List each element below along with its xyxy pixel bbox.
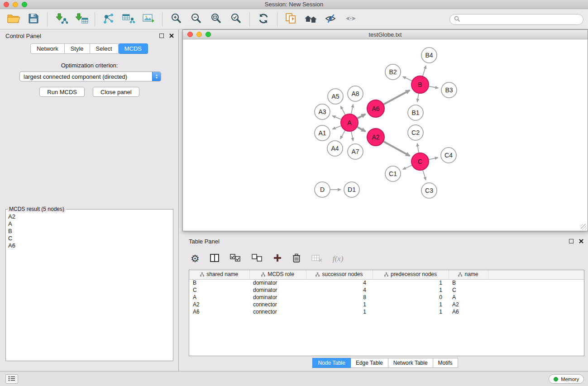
cell[interactable]: C bbox=[189, 286, 249, 294]
node-A1[interactable]: A1 bbox=[315, 125, 330, 141]
cell[interactable]: connector bbox=[249, 308, 306, 315]
cell[interactable]: dominator bbox=[249, 294, 306, 301]
task-history-button[interactable] bbox=[5, 374, 18, 384]
maximize-window-button[interactable] bbox=[22, 2, 27, 7]
run-mcds-button[interactable]: Run MCDS bbox=[39, 87, 85, 97]
node-A4[interactable]: A4 bbox=[327, 141, 343, 156]
column-header-successor-nodes[interactable]: successor nodes bbox=[306, 270, 373, 279]
close-panel-icon[interactable] bbox=[169, 33, 174, 39]
tab-mcds[interactable]: MCDS bbox=[119, 43, 148, 54]
cell[interactable]: C bbox=[449, 286, 488, 294]
edge-A-A7[interactable] bbox=[351, 132, 353, 141]
delete-table-icon[interactable] bbox=[311, 253, 323, 264]
delete-column-trash-icon[interactable] bbox=[292, 253, 301, 265]
cell[interactable]: 4 bbox=[306, 279, 373, 286]
import-network-button[interactable] bbox=[52, 11, 70, 28]
function-builder-icon[interactable]: f(x) bbox=[333, 254, 344, 263]
show-annotations-button[interactable] bbox=[322, 11, 340, 28]
node-A[interactable]: A bbox=[341, 114, 358, 131]
cell[interactable]: 0 bbox=[373, 294, 449, 301]
cell[interactable]: dominator bbox=[249, 279, 306, 286]
cell[interactable]: 8 bbox=[306, 294, 373, 301]
edge-A-A8[interactable] bbox=[351, 105, 353, 114]
cell[interactable]: 1 bbox=[373, 286, 449, 294]
node-C2[interactable]: C2 bbox=[408, 125, 423, 140]
cell[interactable]: A2 bbox=[189, 301, 249, 308]
table-row-a[interactable]: Adominator80A bbox=[189, 294, 584, 301]
zoom-in-button[interactable] bbox=[167, 11, 185, 28]
result-item-a[interactable]: A bbox=[8, 220, 171, 228]
tab-motifs[interactable]: Motifs bbox=[433, 358, 458, 368]
edge-A2-C[interactable] bbox=[384, 142, 410, 156]
node-B3[interactable]: B3 bbox=[441, 82, 457, 98]
show-graphics-button[interactable] bbox=[342, 11, 360, 28]
network-canvas[interactable]: B4B2BB3A5A8A6B1A3AC2A1A2A4A7C1CC4C3DD1 bbox=[183, 40, 587, 230]
node-B1[interactable]: B1 bbox=[408, 105, 423, 120]
select-all-columns-icon[interactable] bbox=[229, 253, 241, 264]
column-header-predecessor-nodes[interactable]: predecessor nodes bbox=[373, 270, 449, 279]
network-minimize-button[interactable] bbox=[196, 32, 202, 37]
search-input[interactable] bbox=[462, 16, 579, 23]
node-B4[interactable]: B4 bbox=[421, 48, 437, 63]
network-window-titlebar[interactable]: testGlobe.txt bbox=[183, 30, 588, 39]
cell[interactable]: A2 bbox=[449, 301, 488, 308]
network-close-button[interactable] bbox=[187, 32, 193, 37]
node-A6[interactable]: A6 bbox=[367, 100, 384, 117]
node-A2[interactable]: A2 bbox=[367, 129, 384, 146]
open-session-button[interactable] bbox=[5, 11, 23, 28]
apply-layout-button[interactable] bbox=[254, 11, 272, 28]
table-row-a2[interactable]: A2connector11A2 bbox=[189, 301, 584, 308]
edge-A-A1[interactable] bbox=[332, 126, 341, 129]
node-D[interactable]: D bbox=[315, 182, 330, 197]
cell[interactable]: B bbox=[449, 279, 488, 286]
optimization-criterion-dropdown[interactable]: largest connected component (directed) ▲… bbox=[19, 71, 161, 81]
tab-style[interactable]: Style bbox=[65, 43, 90, 54]
node-A7[interactable]: A7 bbox=[348, 144, 363, 159]
cell[interactable]: 1 bbox=[373, 279, 449, 286]
close-panel-button[interactable]: Close panel bbox=[93, 87, 139, 97]
node-A3[interactable]: A3 bbox=[315, 104, 330, 119]
node-C[interactable]: C bbox=[411, 153, 429, 170]
cell[interactable]: dominator bbox=[249, 286, 306, 294]
save-session-button[interactable] bbox=[24, 11, 43, 28]
result-item-b[interactable]: B bbox=[8, 228, 171, 235]
zoom-fit-button[interactable] bbox=[207, 11, 225, 28]
table-row-a6[interactable]: A6connector11A6 bbox=[189, 308, 584, 315]
table-row-c[interactable]: Cdominator41C bbox=[189, 286, 584, 294]
cell[interactable]: A6 bbox=[189, 308, 249, 315]
new-network-table-button[interactable] bbox=[120, 11, 138, 28]
cell[interactable]: connector bbox=[249, 301, 306, 308]
result-item-a6[interactable]: A6 bbox=[8, 242, 171, 249]
float-panel-icon[interactable] bbox=[569, 239, 574, 243]
node-C4[interactable]: C4 bbox=[441, 148, 456, 163]
minimize-window-button[interactable] bbox=[13, 2, 18, 7]
column-header-name[interactable]: name bbox=[449, 270, 488, 279]
tab-node-table[interactable]: Node Table bbox=[312, 358, 351, 368]
tab-edge-table[interactable]: Edge Table bbox=[351, 358, 388, 368]
cell[interactable]: A bbox=[449, 294, 488, 301]
node-D1[interactable]: D1 bbox=[344, 182, 359, 197]
edge-A-A5[interactable] bbox=[340, 106, 345, 114]
cell[interactable]: 4 bbox=[306, 286, 373, 294]
zoom-out-button[interactable] bbox=[187, 11, 205, 28]
edge-C-C3[interactable] bbox=[423, 170, 426, 180]
close-window-button[interactable] bbox=[4, 2, 9, 7]
cell[interactable]: 1 bbox=[373, 308, 449, 315]
table-settings-gear-icon[interactable]: ⚙ bbox=[191, 254, 200, 264]
node-A8[interactable]: A8 bbox=[348, 86, 363, 101]
cell[interactable]: 1 bbox=[306, 308, 373, 315]
node-B2[interactable]: B2 bbox=[385, 64, 401, 80]
node-B[interactable]: B bbox=[411, 76, 429, 93]
cell[interactable]: 1 bbox=[373, 301, 449, 308]
node-C1[interactable]: C1 bbox=[385, 166, 401, 181]
tab-network-table[interactable]: Network Table bbox=[388, 358, 433, 368]
cell[interactable]: A6 bbox=[449, 308, 488, 315]
table-row-b[interactable]: Bdominator41B bbox=[189, 279, 584, 286]
node-A5[interactable]: A5 bbox=[328, 89, 343, 104]
new-network-button[interactable] bbox=[100, 11, 118, 28]
export-image-button[interactable] bbox=[139, 11, 158, 28]
window-resize-grip[interactable] bbox=[581, 224, 587, 230]
edge-C-C2[interactable] bbox=[417, 143, 419, 153]
edge-B-B3[interactable] bbox=[429, 86, 439, 88]
unselect-all-columns-icon[interactable] bbox=[251, 253, 263, 264]
